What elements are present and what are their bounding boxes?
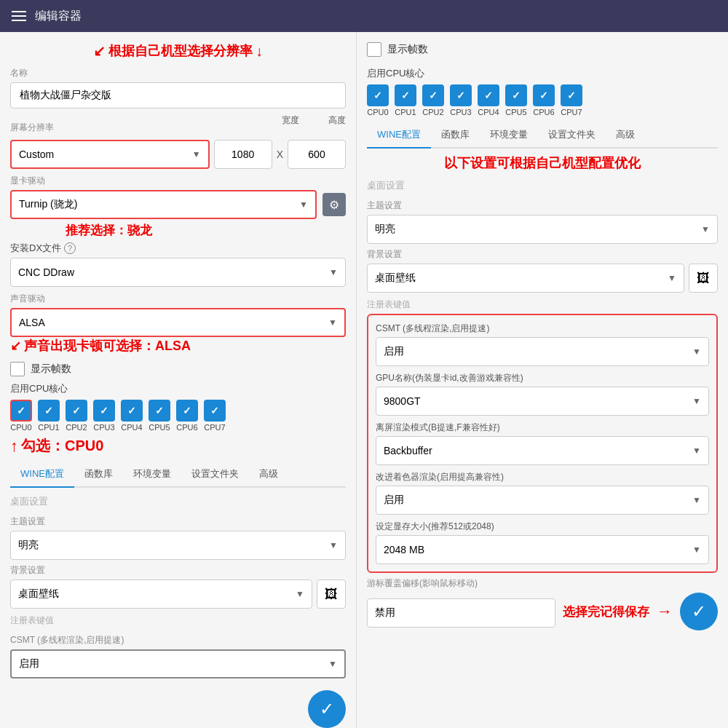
vram-option: 2048 MB	[384, 544, 692, 555]
right-theme-select[interactable]: 明亮 ▼	[367, 215, 718, 244]
cpu7-checkbox[interactable]: ✓	[204, 400, 226, 422]
audio-select[interactable]: ALSA ▼	[10, 308, 346, 337]
csmt-select[interactable]: 启用 ▼	[376, 337, 709, 366]
vram-select[interactable]: 2048 MB ▼	[376, 535, 709, 564]
gpu-option: 9800GT	[384, 395, 692, 407]
right-cpu4-checkbox[interactable]: ✓	[478, 84, 499, 106]
right-cpu7-checkbox[interactable]: ✓	[561, 84, 582, 106]
right-bg-arrow: ▼	[668, 273, 676, 283]
right-cpu2-checkbox[interactable]: ✓	[422, 84, 444, 106]
gpu-select[interactable]: 9800GT ▼	[376, 387, 709, 416]
bg-arrow-icon: ▼	[296, 589, 304, 599]
right-cpu1-checkbox[interactable]: ✓	[395, 84, 416, 106]
x-divider: X	[277, 149, 283, 160]
cpu3-label: CPU3	[93, 423, 114, 432]
tab-folder[interactable]: 设置文件夹	[181, 462, 249, 488]
csmt-option: 启用	[384, 345, 692, 358]
csmt-arrow-left: ▼	[328, 659, 337, 669]
show-fps-label: 显示帧数	[31, 363, 71, 376]
right-theme-label: 主题设置	[367, 199, 718, 212]
theme-select[interactable]: 明亮 ▼	[10, 531, 346, 560]
height-input[interactable]	[288, 140, 346, 169]
cpu0-checkbox[interactable]: ✓	[10, 400, 32, 422]
right-cpu6-checkbox[interactable]: ✓	[533, 84, 555, 106]
vram-arrow: ▼	[692, 545, 701, 555]
install-dx-select[interactable]: CNC DDraw ▼	[10, 258, 346, 287]
cpu7-check-icon: ✓	[210, 405, 219, 416]
tab-wine[interactable]: WINE配置	[10, 462, 74, 488]
cursor-option: 禁用	[375, 606, 547, 620]
right-show-fps-checkbox[interactable]	[367, 42, 381, 57]
cpu2-checkbox[interactable]: ✓	[66, 400, 87, 422]
bg-select[interactable]: 桌面壁纸 ▼	[10, 579, 312, 609]
cpu5-checkbox[interactable]: ✓	[149, 400, 170, 422]
bg-photo-btn[interactable]: 🖼	[317, 579, 346, 609]
install-dx-row: 安装DX文件 ?	[10, 242, 346, 255]
csmt-select-left[interactable]: 启用 ▼	[10, 649, 346, 678]
right-annotation: 以下设置可根据自己机型配置优化	[367, 154, 718, 172]
right-cpu3-checkbox[interactable]: ✓	[450, 84, 472, 106]
cursor-select[interactable]: 禁用	[367, 598, 555, 628]
gear-icon[interactable]: ⚙	[323, 193, 346, 216]
right-tab-lib[interactable]: 函数库	[431, 122, 480, 149]
right-cpu-item-3: ✓ CPU3	[450, 84, 472, 116]
csmt-box: CSMT (多线程渲染,启用提速) 启用 ▼ GPU名称(伪装显卡id,改善游戏…	[367, 314, 718, 573]
color-select[interactable]: 启用 ▼	[376, 486, 709, 515]
offscreen-select[interactable]: Backbuffer ▼	[376, 436, 709, 465]
right-cpu5-checkbox[interactable]: ✓	[505, 84, 527, 106]
show-fps-row: 显示帧数	[10, 362, 346, 376]
right-panel: 显示帧数 启用CPU核心 ✓ CPU0 ✓ CPU1 ✓ CPU2	[357, 32, 728, 728]
driver-select[interactable]: Turnip (骁龙) ▼	[10, 190, 317, 219]
annotation-resolution: ↙ 根据自己机型选择分辨率 ↓	[10, 42, 346, 60]
right-cpu-item-1: ✓ CPU1	[395, 84, 416, 116]
graphics-driver-label: 显卡驱动	[10, 175, 346, 187]
cpu4-checkbox[interactable]: ✓	[121, 400, 143, 422]
offscreen-arrow: ▼	[692, 446, 701, 456]
tab-env[interactable]: 环境变量	[123, 462, 181, 488]
offscreen-label: 离屏渲染模式(B提速,F兼容性好)	[376, 422, 709, 434]
registry-label: 注册表键值	[10, 614, 346, 627]
right-tab-env[interactable]: 环境变量	[480, 122, 538, 149]
audio-driver-label: 声音驱动	[10, 293, 346, 305]
install-dx-option: CNC DDraw	[18, 266, 329, 278]
cpu3-checkbox[interactable]: ✓	[93, 400, 115, 422]
menu-icon[interactable]	[12, 11, 26, 21]
cpu6-checkbox[interactable]: ✓	[176, 400, 198, 422]
annotation-save: 选择完记得保存	[563, 604, 649, 620]
right-tab-folder[interactable]: 设置文件夹	[538, 122, 606, 149]
resolution-select[interactable]: Custom ▼	[10, 140, 210, 169]
resolution-label: 屏幕分辨率	[10, 122, 54, 134]
theme-arrow-icon: ▼	[329, 540, 338, 550]
right-bg-row: 桌面壁纸 ▼ 🖼	[367, 264, 718, 293]
tab-lib[interactable]: 函数库	[74, 462, 123, 488]
show-fps-checkbox[interactable]	[10, 362, 25, 376]
right-bg-photo-btn[interactable]: 🖼	[689, 264, 718, 293]
cpu-grid: ✓ CPU0 ✓ CPU1 ✓ CPU2 ✓ CPU3	[10, 400, 346, 432]
main-content: ↙ 根据自己机型选择分辨率 ↓ 名称 屏幕分辨率 宽度 高度 Custom ▼	[0, 32, 728, 728]
name-label: 名称	[10, 67, 346, 79]
vram-label: 设定显存大小(推荐512或2048)	[376, 521, 709, 533]
csmt-label-left: CSMT (多线程渲染,启用提速)	[10, 634, 346, 646]
save-button[interactable]: ✓	[680, 593, 718, 630]
help-icon[interactable]: ?	[64, 242, 76, 254]
save-check-icon: ✓	[692, 601, 706, 622]
bg-label: 背景设置	[10, 564, 346, 577]
tab-advanced[interactable]: 高级	[249, 462, 288, 488]
cpu5-check-icon: ✓	[155, 405, 164, 416]
cpu1-checkbox[interactable]: ✓	[38, 400, 60, 422]
right-bg-label: 背景设置	[367, 248, 718, 261]
name-input[interactable]	[10, 82, 346, 108]
color-label: 改进着色器渲染(启用提高兼容性)	[376, 471, 709, 483]
right-tabs-row: WINE配置 函数库 环境变量 设置文件夹 高级	[367, 122, 718, 149]
csmt-label: CSMT (多线程渲染,启用提速)	[376, 323, 709, 335]
save-button-left[interactable]: ✓	[308, 690, 346, 728]
cpu2-check-icon: ✓	[72, 405, 81, 416]
right-tab-advanced[interactable]: 高级	[606, 122, 645, 149]
right-bg-select[interactable]: 桌面壁纸 ▼	[367, 264, 684, 293]
header: 编辑容器	[0, 0, 728, 32]
right-cpu-item-7: ✓ CPU7	[561, 84, 582, 116]
right-tab-wine[interactable]: WINE配置	[367, 122, 431, 149]
width-input[interactable]	[214, 140, 272, 169]
cpu0-check-icon: ✓	[17, 405, 25, 416]
right-cpu0-checkbox[interactable]: ✓	[367, 84, 389, 106]
